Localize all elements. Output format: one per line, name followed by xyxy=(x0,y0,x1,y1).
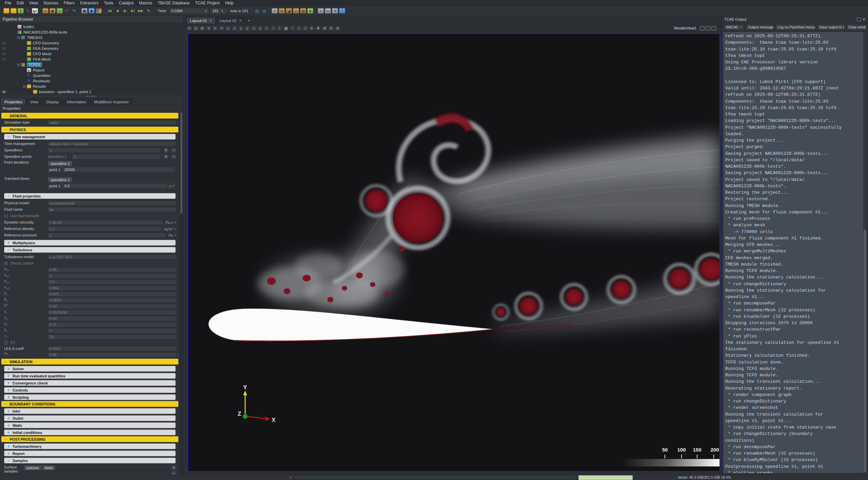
tree-item-residuals[interactable]: Residuals xyxy=(0,78,183,84)
rotate-90-ccw-icon[interactable]: ⤴ xyxy=(277,25,282,31)
rotate-icon[interactable]: ↻ xyxy=(212,25,218,31)
subsection-solver[interactable]: +Solver xyxy=(4,366,176,372)
subsection-scripting[interactable]: +Scripting xyxy=(4,394,176,400)
tree-item-results[interactable]: ⊟ Results xyxy=(0,84,183,89)
visibility-eye-icon[interactable] xyxy=(2,42,6,44)
dynamic-viscosity-unit-combo[interactable]: Pa·s ▼ xyxy=(165,221,176,225)
collapse-icon[interactable]: − xyxy=(4,113,7,118)
time-value-combo[interactable]: 0.0384 ▼ xyxy=(169,8,209,14)
close-panel-icon[interactable]: ✕ xyxy=(862,18,866,21)
pan-icon[interactable]: ✛ xyxy=(206,25,212,31)
coeff-beta-star-field[interactable]: 0.09 xyxy=(47,304,176,309)
glyph-icon[interactable]: ➤ xyxy=(307,8,313,14)
samples-fields-tab[interactable]: fields xyxy=(42,465,56,470)
menu-extractors[interactable]: Extractors xyxy=(78,1,101,5)
undock-panel-icon[interactable] xyxy=(857,18,861,21)
threshold-icon[interactable]: ▥ xyxy=(300,8,306,14)
coeff-alpha-w1-field[interactable]: 0.5 xyxy=(47,279,176,285)
capture-screenshot-icon[interactable]: ■ xyxy=(88,8,95,14)
tree-item-transient-result[interactable]: transient - speedline 1, point 1 xyxy=(0,89,183,95)
menu-sources[interactable]: Sources xyxy=(41,1,61,5)
zoom-to-data-icon[interactable]: ◎ xyxy=(254,8,260,14)
calculator-icon[interactable]: ⌗ xyxy=(272,8,278,14)
speedline-points-field[interactable]: 1 xyxy=(72,154,161,159)
first-frame-icon[interactable]: |◀ xyxy=(106,8,113,14)
menu-macros[interactable]: Macros xyxy=(136,1,155,5)
interactive-select-icon[interactable]: ➤ xyxy=(309,25,315,31)
close-tab-icon[interactable]: ✕ xyxy=(210,19,212,22)
stream-tracer-icon[interactable]: ∿ xyxy=(318,8,324,14)
add-point-button[interactable]: + xyxy=(163,154,169,159)
select-cells-icon[interactable]: ▦ xyxy=(283,25,289,31)
subsection-report[interactable]: +Report xyxy=(4,451,176,456)
fluid-name-combo[interactable]: air xyxy=(47,207,176,212)
menu-edit[interactable]: Edit xyxy=(14,1,26,5)
point-iterations-speedline-tab[interactable]: speedline 1 xyxy=(47,161,73,166)
subsection-turbomachinery[interactable]: +Turbomachinery xyxy=(4,443,176,449)
physical-model-combo[interactable]: Incompressible xyxy=(47,201,176,206)
point-iterations-field[interactable]: 20000 xyxy=(62,167,175,172)
frame-spin-arrows-icon[interactable]: ▲▼ xyxy=(221,9,223,13)
view-direction-minus-z-icon[interactable]: z xyxy=(257,25,263,31)
color-legend[interactable]: 50 100 150 200 xyxy=(623,447,719,468)
transient-times-unit-combo[interactable]: s ▼ xyxy=(170,184,175,188)
subsection-turbulence[interactable]: − Turbulence xyxy=(4,247,176,253)
zoom-to-selection-icon[interactable]: ◎ xyxy=(261,8,267,14)
load-data-icon[interactable]: ↥ xyxy=(18,8,24,14)
rotate-90-cw-icon[interactable]: ⤵ xyxy=(270,25,276,31)
subsection-multiphysics[interactable]: + Multiphysics xyxy=(4,240,176,246)
clear-window-button[interactable]: Clear window xyxy=(846,24,866,30)
output-console[interactable]: refresh on 2025-09-12T06:25:31.677Z) Com… xyxy=(723,32,863,473)
help-icon[interactable]: ? xyxy=(339,8,345,14)
use-fluid-defaults-checkbox[interactable] xyxy=(4,214,8,218)
transient-times-field[interactable]: 0.5 xyxy=(62,183,167,188)
hover-points-icon[interactable]: ✚ xyxy=(315,25,321,31)
slice-icon[interactable]: ▱ xyxy=(293,8,299,14)
camera-icon[interactable]: ▣ xyxy=(81,8,87,14)
search-data-icon[interactable]: ◉ xyxy=(50,8,56,14)
select-frustum-icon[interactable]: ▱ xyxy=(296,25,302,31)
visibility-eye-icon[interactable] xyxy=(2,58,6,61)
visibility-eye-icon[interactable] xyxy=(2,53,6,55)
reference-pressure-unit-combo[interactable]: Pa ▼ xyxy=(169,233,176,237)
menu-tcae-project[interactable]: TCAE Project xyxy=(192,1,222,5)
project-filter-combo[interactable]: NACA0012 ▼ xyxy=(724,24,744,30)
close-tab-icon[interactable]: ✕ xyxy=(239,19,241,22)
f3-checkbox[interactable] xyxy=(4,341,8,345)
tab-multiblock-inspector[interactable]: MultiBlock Inspector xyxy=(90,98,133,105)
coeff-alpha-w2-field[interactable]: 0.856 xyxy=(47,286,176,291)
reset-camera-icon[interactable]: ⟲ xyxy=(186,25,192,31)
add-speedline-button[interactable]: + xyxy=(163,148,169,153)
menu-file[interactable]: File xyxy=(2,1,14,5)
edit-icon[interactable]: ✎ xyxy=(25,8,31,14)
add-sample-button[interactable]: + xyxy=(171,465,176,470)
render-viewport[interactable]: Y X Z 50 100 150 200 xyxy=(188,33,720,472)
menu-tbase-database[interactable]: TBASE Database xyxy=(155,1,192,5)
transient-times-speedline-tab[interactable]: speedline 1 xyxy=(47,177,73,182)
ruler-icon[interactable]: ▭ xyxy=(325,8,331,14)
view-direction-plus-x-icon[interactable]: x xyxy=(225,25,231,31)
timer-icon[interactable]: ◷ xyxy=(57,8,63,14)
play-icon[interactable]: ▶ xyxy=(122,8,129,14)
clear-selection-icon[interactable]: ⊘ xyxy=(335,25,340,31)
surface-samples-list[interactable] xyxy=(24,470,169,471)
previous-frame-icon[interactable]: ◀ xyxy=(114,8,121,14)
menu-catalyst[interactable]: Catalyst xyxy=(116,1,136,5)
time-management-combo[interactable]: steady state + transient xyxy=(47,141,176,146)
tab-view[interactable]: View xyxy=(26,98,42,105)
subsection-inlet[interactable]: +Inlet xyxy=(4,408,176,414)
tree-item-cfd-mesh[interactable]: CFD Mesh xyxy=(0,51,183,57)
tree-item-tmesh1[interactable]: ⊟ TMESH1 xyxy=(0,35,183,40)
color-palette-icon[interactable] xyxy=(96,8,102,14)
collapse-expander-icon[interactable]: ⊟ xyxy=(22,85,26,88)
section-general[interactable]: − GENERAL xyxy=(1,113,178,119)
subsection-samples[interactable]: −Samples xyxy=(4,458,176,463)
panel-splitter-handle[interactable]: ●●●● xyxy=(0,95,183,98)
split-horizontal-icon[interactable] xyxy=(700,26,705,30)
coeff-gamma2-field[interactable]: 0.44 xyxy=(47,316,176,321)
reference-pressure-field[interactable]: 1 xyxy=(47,233,166,238)
tab-properties[interactable]: Properties xyxy=(1,98,26,105)
binoculars-icon[interactable]: ∞ xyxy=(42,8,48,14)
menu-filters[interactable]: Filters xyxy=(61,1,78,5)
subsection-time-management[interactable]: − Time management xyxy=(4,134,176,140)
